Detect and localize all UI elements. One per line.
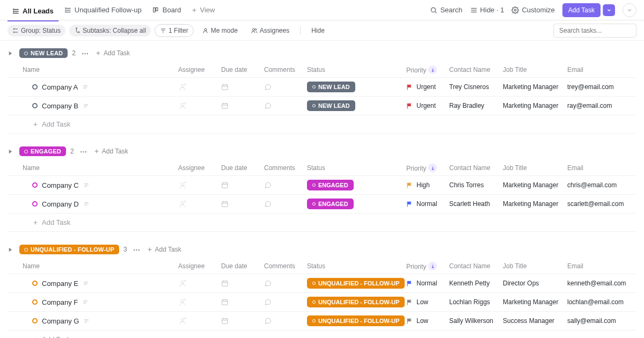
col-status[interactable]: Status: [307, 164, 406, 172]
comments-cell[interactable]: [264, 298, 307, 306]
group-menu[interactable]: ⋯: [78, 148, 89, 156]
assignees-toggle[interactable]: Assignees: [246, 25, 294, 36]
task-status-circle[interactable]: [32, 84, 38, 90]
status-badge[interactable]: UNQUALIFIED - FOLLOW-UP: [307, 315, 405, 326]
comments-cell[interactable]: [264, 280, 307, 287]
me-mode-toggle[interactable]: Me mode: [197, 25, 243, 36]
status-badge[interactable]: ENGAGED: [307, 180, 354, 190]
subtasks-pill[interactable]: Subtasks: Collapse all: [69, 25, 151, 36]
add-task-row[interactable]: Add Task: [8, 330, 636, 338]
group-toggle[interactable]: [8, 247, 15, 253]
due-date-cell[interactable]: [221, 298, 264, 306]
group-status-chip[interactable]: ENGAGED: [19, 146, 66, 156]
search-button[interactable]: Search: [430, 6, 462, 14]
col-name[interactable]: Name: [23, 66, 178, 74]
col-job-title[interactable]: Job Title: [503, 164, 567, 172]
col-priority[interactable]: Priority: [406, 262, 449, 270]
priority-cell[interactable]: Low: [406, 317, 449, 325]
task-status-circle[interactable]: [32, 201, 38, 207]
col-email[interactable]: Email: [567, 66, 642, 74]
col-email[interactable]: Email: [567, 164, 642, 172]
col-due-date[interactable]: Due date: [221, 66, 264, 74]
more-menu-button[interactable]: [623, 3, 636, 17]
group-by-pill[interactable]: Group: Status: [8, 25, 65, 36]
col-name[interactable]: Name: [23, 164, 178, 172]
add-task-button[interactable]: Add Task: [562, 3, 601, 17]
group-menu[interactable]: ⋯: [131, 246, 142, 254]
due-date-cell[interactable]: [221, 200, 264, 208]
task-status-circle[interactable]: [32, 103, 38, 108]
customize-button[interactable]: Customize: [511, 6, 554, 14]
status-badge[interactable]: UNQUALIFIED - FOLLOW-UP: [307, 297, 405, 307]
col-due-date[interactable]: Due date: [221, 164, 264, 172]
add-task-row[interactable]: Add Task: [8, 214, 636, 232]
priority-cell[interactable]: Normal: [406, 280, 449, 287]
status-badge[interactable]: NEW LEAD: [307, 82, 355, 92]
hide-text-button[interactable]: Hide: [306, 25, 330, 36]
col-job-title[interactable]: Job Title: [503, 66, 567, 74]
task-row[interactable]: Company G UNQUALIFIED - FOLLOW-UP Low Sa…: [8, 312, 636, 330]
group-toggle[interactable]: [8, 50, 15, 56]
filter-pill[interactable]: 1 Filter: [155, 24, 194, 37]
col-contact[interactable]: Contact Name: [449, 164, 503, 172]
comments-cell[interactable]: [264, 102, 307, 109]
add-task-link[interactable]: Add Task: [147, 246, 181, 253]
due-date-cell[interactable]: [221, 181, 264, 189]
task-row[interactable]: Company A NEW LEAD Urgent Trey Cisneros …: [8, 78, 636, 97]
description-icon[interactable]: [82, 84, 89, 90]
add-view-button[interactable]: View: [186, 3, 220, 17]
view-tab-board[interactable]: Board: [148, 3, 186, 17]
status-badge[interactable]: NEW LEAD: [307, 100, 355, 111]
group-status-chip[interactable]: NEW LEAD: [19, 48, 68, 58]
col-comments[interactable]: Comments: [264, 262, 307, 270]
description-icon[interactable]: [83, 182, 90, 188]
task-row[interactable]: Company D ENGAGED Normal Scarlett Heath …: [8, 195, 636, 214]
description-icon[interactable]: [83, 103, 89, 108]
task-row[interactable]: Company C ENGAGED High Chris Torres Mark…: [8, 176, 636, 195]
add-task-link[interactable]: Add Task: [95, 49, 130, 57]
task-status-circle[interactable]: [32, 281, 38, 286]
comments-cell[interactable]: [264, 83, 307, 91]
status-badge[interactable]: UNQUALIFIED - FOLLOW-UP: [307, 278, 405, 289]
group-status-chip[interactable]: UNQUALIFIED - FOLLOW-UP: [19, 245, 119, 254]
col-contact[interactable]: Contact Name: [449, 262, 503, 270]
col-contact[interactable]: Contact Name: [449, 66, 503, 74]
task-status-circle[interactable]: [32, 182, 38, 188]
task-row[interactable]: Company F UNQUALIFIED - FOLLOW-UP Low Lo…: [8, 293, 636, 312]
description-icon[interactable]: [83, 201, 90, 207]
col-job-title[interactable]: Job Title: [503, 262, 567, 270]
priority-cell[interactable]: High: [406, 181, 449, 189]
priority-cell[interactable]: Normal: [406, 200, 449, 208]
task-status-circle[interactable]: [32, 318, 38, 324]
view-tab-all-leads[interactable]: All Leads: [8, 4, 58, 21]
comments-cell[interactable]: [264, 317, 307, 325]
col-assignee[interactable]: Assignee: [178, 262, 221, 270]
add-task-dropdown[interactable]: [603, 4, 615, 16]
search-input[interactable]: [553, 24, 636, 38]
due-date-cell[interactable]: [221, 83, 264, 91]
comments-cell[interactable]: [264, 200, 307, 208]
add-task-link[interactable]: Add Task: [93, 148, 128, 155]
assignee-cell[interactable]: [178, 181, 221, 189]
comments-cell[interactable]: [264, 181, 307, 189]
col-priority[interactable]: Priority: [406, 65, 449, 74]
priority-cell[interactable]: Low: [406, 298, 449, 306]
due-date-cell[interactable]: [221, 280, 264, 287]
status-badge[interactable]: ENGAGED: [307, 199, 354, 209]
view-tab-unqualified-follow-up[interactable]: Unqualified Follow-up: [60, 3, 147, 17]
group-toggle[interactable]: [8, 149, 15, 155]
priority-cell[interactable]: Urgent: [406, 102, 449, 109]
assignee-cell[interactable]: [178, 279, 221, 288]
col-status[interactable]: Status: [307, 66, 406, 74]
col-assignee[interactable]: Assignee: [178, 66, 221, 74]
assignee-cell[interactable]: [178, 101, 221, 110]
col-comments[interactable]: Comments: [264, 164, 307, 172]
add-task-row[interactable]: Add Task: [8, 115, 636, 134]
description-icon[interactable]: [83, 318, 90, 324]
col-due-date[interactable]: Due date: [221, 262, 264, 270]
assignee-cell[interactable]: [178, 200, 221, 208]
assignee-cell[interactable]: [178, 317, 221, 325]
col-priority[interactable]: Priority: [406, 164, 449, 172]
assignee-cell[interactable]: [178, 298, 221, 306]
hide-button[interactable]: Hide · 1: [470, 6, 504, 14]
